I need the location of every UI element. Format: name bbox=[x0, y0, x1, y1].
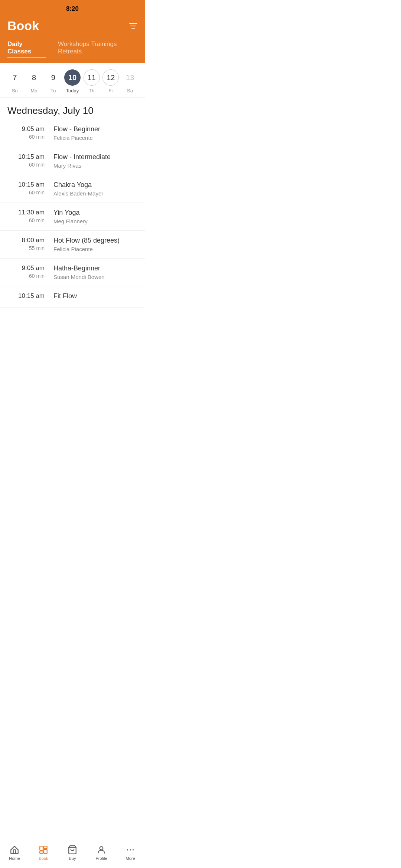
class-time-5: 8:00 am 55 min bbox=[7, 237, 45, 251]
class-time-6: 9:05 am 60 min bbox=[7, 264, 45, 279]
class-time-4: 11:30 am 60 min bbox=[7, 209, 45, 223]
class-time-2: 10:15 am 60 min bbox=[7, 153, 45, 168]
class-item-2[interactable]: 10:15 am 60 min Flow - Intermediate Mary… bbox=[0, 147, 145, 175]
page-title: Book bbox=[7, 19, 39, 33]
cal-number-8: 8 bbox=[26, 69, 42, 86]
class-item-4[interactable]: 11:30 am 60 min Yin Yoga Meg Flannery bbox=[0, 203, 145, 231]
date-heading: Wednesday, July 10 bbox=[0, 98, 145, 119]
cal-label-7: Su bbox=[12, 88, 18, 93]
class-item-3[interactable]: 10:15 am 60 min Chakra Yoga Alexis Baden… bbox=[0, 175, 145, 203]
cal-label-12: Fr bbox=[108, 88, 113, 93]
class-item-6[interactable]: 9:05 am 60 min Hatha-Beginner Susan Mond… bbox=[0, 259, 145, 286]
class-item-5[interactable]: 8:00 am 55 min Hot Flow (85 degrees) Fel… bbox=[0, 231, 145, 259]
cal-label-11: Th bbox=[89, 88, 94, 93]
cal-label-13: Sa bbox=[127, 88, 133, 93]
cal-label-today: Today bbox=[66, 88, 79, 93]
cal-number-7: 7 bbox=[7, 69, 23, 86]
header: Book bbox=[0, 16, 145, 39]
calendar-day-11[interactable]: 11 Th bbox=[84, 69, 100, 93]
tab-navigation: Daily Classes Workshops Trainings Retrea… bbox=[0, 39, 145, 63]
calendar-day-9[interactable]: 9 Tu bbox=[45, 69, 61, 93]
class-time-7: 10:15 am bbox=[7, 292, 45, 301]
class-info-3: Chakra Yoga Alexis Baden-Mayer bbox=[53, 181, 137, 197]
cal-number-12: 12 bbox=[102, 69, 119, 86]
cal-number-11: 11 bbox=[84, 69, 100, 86]
class-list: 9:05 am 60 min Flow - Beginner Felicia P… bbox=[0, 119, 145, 338]
class-time-3: 10:15 am 60 min bbox=[7, 181, 45, 195]
class-info-5: Hot Flow (85 degrees) Felicia Piacente bbox=[53, 237, 137, 252]
calendar-day-8[interactable]: 8 Mo bbox=[26, 69, 42, 93]
cal-label-9: Tu bbox=[50, 88, 56, 93]
status-bar: 8:20 bbox=[0, 0, 145, 16]
class-info-7: Fit Flow bbox=[53, 292, 137, 302]
class-info-2: Flow - Intermediate Mary Rivas bbox=[53, 153, 137, 169]
cal-number-10: 10 bbox=[64, 69, 81, 86]
calendar-day-12[interactable]: 12 Fr bbox=[102, 69, 119, 93]
calendar-strip: 7 Su 8 Mo 9 Tu 10 Today 11 Th 12 Fr 13 S… bbox=[0, 63, 145, 98]
calendar-day-13[interactable]: 13 Sa bbox=[122, 69, 138, 93]
class-item-1[interactable]: 9:05 am 60 min Flow - Beginner Felicia P… bbox=[0, 119, 145, 147]
status-time: 8:20 bbox=[66, 5, 79, 12]
tab-daily-classes[interactable]: Daily Classes bbox=[7, 39, 46, 57]
cal-number-9: 9 bbox=[45, 69, 61, 86]
filter-icon[interactable] bbox=[129, 23, 137, 29]
class-info-6: Hatha-Beginner Susan Mondi Bowen bbox=[53, 264, 137, 280]
class-item-7[interactable]: 10:15 am Fit Flow bbox=[0, 286, 145, 308]
class-info-1: Flow - Beginner Felicia Piacente bbox=[53, 125, 137, 141]
cal-label-8: Mo bbox=[31, 88, 38, 93]
calendar-day-7[interactable]: 7 Su bbox=[7, 69, 23, 93]
calendar-day-10[interactable]: 10 Today bbox=[64, 69, 81, 93]
cal-number-13: 13 bbox=[122, 69, 138, 86]
tab-workshops[interactable]: Workshops Trainings Retreats bbox=[58, 39, 137, 57]
class-info-4: Yin Yoga Meg Flannery bbox=[53, 209, 137, 224]
class-time-1: 9:05 am 60 min bbox=[7, 125, 45, 140]
